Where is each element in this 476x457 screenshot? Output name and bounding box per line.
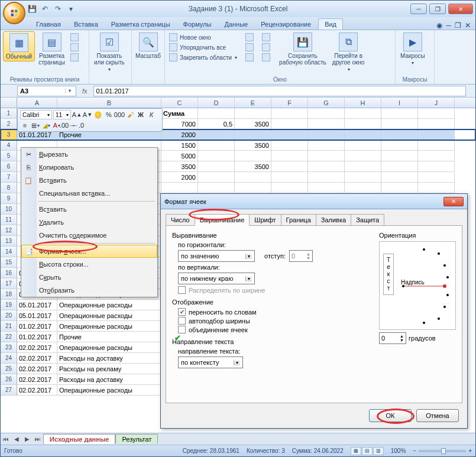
qat-dropdown-icon[interactable]: ▾ <box>66 4 76 14</box>
col-header-a[interactable]: A <box>17 98 57 108</box>
col-header-j[interactable]: J <box>418 98 455 108</box>
cell[interactable]: Операционные расходы <box>57 342 161 353</box>
format-painter-icon[interactable]: 🖌 <box>125 110 135 119</box>
row-header[interactable]: 2 <box>1 119 17 129</box>
ctx-clear[interactable]: Очистить содержимое <box>21 229 157 242</box>
cell[interactable] <box>381 151 418 161</box>
cell[interactable] <box>345 172 381 183</box>
cell[interactable] <box>235 172 271 183</box>
cell[interactable]: 1500 <box>161 140 198 151</box>
col-header-c[interactable]: C <box>161 98 198 108</box>
zoom-button[interactable]: 🔍 Масштаб <box>134 31 162 60</box>
cell[interactable] <box>381 140 418 151</box>
cell[interactable] <box>308 183 345 193</box>
row-header[interactable]: 27 <box>1 385 17 396</box>
cell[interactable] <box>418 172 455 183</box>
row-header[interactable]: 23 <box>1 342 17 353</box>
cell[interactable] <box>418 119 455 129</box>
cell[interactable]: 02.02.2017 <box>17 385 57 396</box>
fx-icon[interactable]: fx <box>82 87 88 95</box>
cell[interactable] <box>198 172 235 183</box>
cell[interactable]: 3500 <box>235 161 271 172</box>
sheet-nav-last[interactable]: ⏭ <box>33 436 43 442</box>
direction-select[interactable]: по контексту▾ <box>178 356 243 368</box>
doc-restore-icon[interactable]: ❐ <box>455 21 461 30</box>
cell[interactable] <box>198 129 235 140</box>
arrange-all-button[interactable]: Упорядочить все <box>167 43 239 52</box>
row-header[interactable]: 9 <box>1 193 17 204</box>
minimize-button[interactable]: ─ <box>410 4 427 14</box>
tab-insert[interactable]: Вставка <box>68 19 104 30</box>
cell[interactable] <box>308 161 345 172</box>
tab-page-layout[interactable]: Разметка страницы <box>105 19 176 30</box>
cell[interactable] <box>418 183 455 193</box>
tab-formulas[interactable]: Формулы <box>177 19 218 30</box>
page-layout-button[interactable]: ▤ Разметка страницы <box>36 31 67 67</box>
center-icon[interactable]: ≡ <box>20 121 30 130</box>
grow-font-icon[interactable]: A▲ <box>72 110 82 119</box>
cell[interactable]: 02.02.2017 <box>17 364 57 374</box>
cell[interactable] <box>271 129 308 140</box>
cell[interactable]: Операционные расходы <box>57 321 161 332</box>
cell[interactable]: 2000 <box>161 172 198 183</box>
cancel-button[interactable]: Отмена <box>416 409 459 422</box>
comma-icon[interactable]: 000 <box>115 110 124 119</box>
doc-close-icon[interactable]: ✕ <box>465 21 471 30</box>
vertical-select[interactable]: по нижнему краю▾ <box>178 273 255 284</box>
cell[interactable] <box>308 119 345 129</box>
col-header-g[interactable]: G <box>308 98 345 108</box>
cell[interactable] <box>271 183 308 193</box>
row-header[interactable]: 7 <box>1 172 17 183</box>
custom-views-button[interactable] <box>69 43 80 52</box>
close-button[interactable]: ✕ <box>448 4 473 14</box>
vertical-text-box[interactable]: Текст <box>383 254 394 295</box>
horizontal-select[interactable]: по значению▾ <box>178 250 255 262</box>
cell[interactable] <box>235 183 271 193</box>
save-icon[interactable]: 💾 <box>27 4 37 14</box>
sync3-button[interactable] <box>260 53 272 62</box>
ribbon-min-icon[interactable]: ─ <box>446 21 451 30</box>
cell[interactable] <box>308 129 345 140</box>
orientation-panel[interactable]: Текст <box>379 241 456 330</box>
row-header[interactable]: 13 <box>1 236 17 247</box>
cell[interactable] <box>345 151 381 161</box>
row-header[interactable]: 24 <box>1 353 17 364</box>
cell[interactable] <box>198 151 235 161</box>
cell[interactable] <box>161 183 198 193</box>
hide-button[interactable] <box>244 43 255 52</box>
sync1-button[interactable] <box>260 33 272 42</box>
col-header-h[interactable]: H <box>345 98 381 108</box>
cell[interactable] <box>345 183 381 193</box>
row-header[interactable]: 6 <box>1 161 17 172</box>
increase-decimal-icon[interactable]: .00→ <box>63 121 72 130</box>
cell[interactable] <box>235 151 271 161</box>
cell[interactable]: 02.02.2017 <box>17 374 57 385</box>
cell[interactable]: Расходы на доставку <box>57 353 161 364</box>
dialog-close-button[interactable]: ✕ <box>443 197 464 206</box>
dlg-tab-fill[interactable]: Заливка <box>316 214 351 225</box>
tab-data[interactable]: Данные <box>218 19 254 30</box>
row-header[interactable]: 12 <box>1 225 17 236</box>
cell[interactable]: 3500 <box>235 119 271 129</box>
tab-review[interactable]: Рецензирование <box>255 19 317 30</box>
cell[interactable]: 05.01.2017 <box>17 310 57 321</box>
row-header[interactable]: 25 <box>1 364 17 374</box>
cell[interactable] <box>418 161 455 172</box>
mini-size[interactable]: 11▾ <box>53 110 71 119</box>
cell[interactable] <box>271 119 308 129</box>
dlg-tab-number[interactable]: Число <box>166 214 195 225</box>
tab-home[interactable]: Главная <box>30 19 67 30</box>
ctx-hide[interactable]: Скрыть <box>21 271 157 284</box>
row-header[interactable]: 14 <box>1 247 17 257</box>
cell[interactable]: Операционные расходы <box>57 310 161 321</box>
degrees-spinner[interactable]: 0▲▼ <box>379 332 406 344</box>
zoom-slider[interactable] <box>419 450 466 452</box>
cell[interactable] <box>418 151 455 161</box>
sync2-button[interactable] <box>260 43 272 52</box>
col-header-b[interactable]: B <box>57 98 161 108</box>
cell[interactable]: 7000 <box>161 119 198 129</box>
col-header-i[interactable]: I <box>381 98 418 108</box>
cell[interactable] <box>271 172 308 183</box>
cell[interactable] <box>381 119 418 129</box>
cell[interactable] <box>271 161 308 172</box>
